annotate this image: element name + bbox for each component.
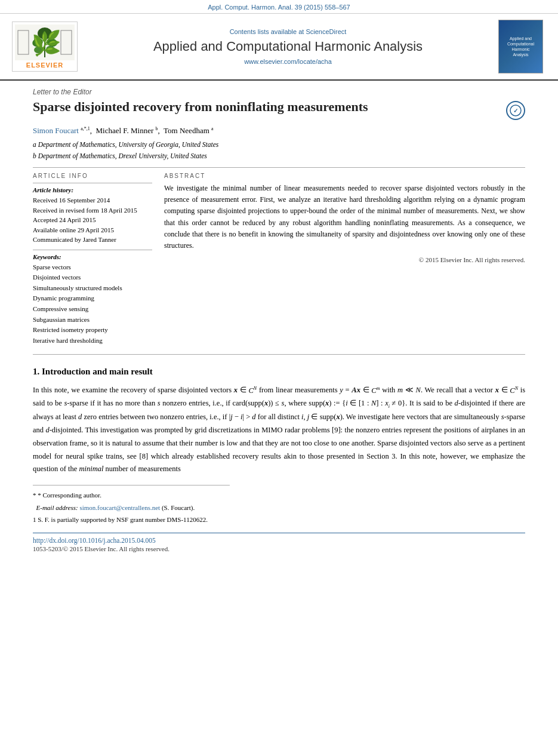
keyword-7: Restricted isometry property xyxy=(33,325,152,336)
intro-paragraph: In this note, we examine the recovery of… xyxy=(33,384,525,476)
article-title-text: Sparse disjointed recovery from noninfla… xyxy=(33,99,368,116)
journal-header: ELSEVIER Contents lists available at Sci… xyxy=(0,14,558,81)
email-address[interactable]: simon.foucart@centrallens.net xyxy=(79,504,160,511)
journal-reference-text: Appl. Comput. Harmon. Anal. 39 (2015) 55… xyxy=(208,4,350,11)
elsevier-logo: ELSEVIER xyxy=(12,21,78,72)
needham-super: a xyxy=(211,126,214,131)
journal-title-center: Contents lists available at ScienceDirec… xyxy=(84,28,492,65)
section-divider-2 xyxy=(33,354,525,355)
keyword-2: Disjointed vectors xyxy=(33,272,152,283)
svg-point-4 xyxy=(45,36,58,48)
elsevier-brand-text: ELSEVIER xyxy=(15,62,75,69)
article-info-heading: ARTICLE INFO xyxy=(33,173,152,179)
svg-point-5 xyxy=(33,45,45,54)
affiliation-a: a Department of Mathematics, University … xyxy=(33,139,525,150)
keywords-label: Keywords: xyxy=(33,253,152,260)
abstract-text: We investigate the minimal number of lin… xyxy=(164,183,525,251)
journal-cover: Applied andComputationalHarmonicAnalysis xyxy=(498,20,546,73)
journal-url: www.elsevier.com/locate/acha xyxy=(84,58,492,65)
section-title-text: Introduction and main result xyxy=(42,367,153,376)
author-minner: Michael F. Minner xyxy=(95,126,153,135)
issn-line: 1053-5203/© 2015 Elsevier Inc. All right… xyxy=(33,545,525,552)
author-needham: Tom Needham xyxy=(164,126,209,135)
crossmark-icon[interactable]: ✓ xyxy=(506,101,525,120)
minner-super: b xyxy=(156,126,158,131)
intro-section-title: 1. Introduction and main result xyxy=(33,367,525,377)
svg-point-3 xyxy=(31,36,44,48)
journal-cover-image: Applied andComputationalHarmonicAnalysis xyxy=(498,20,543,73)
keyword-3: Simultaneously structured models xyxy=(33,283,152,294)
journal-title: Applied and Computational Harmonic Analy… xyxy=(84,39,492,54)
svg-point-2 xyxy=(38,27,52,39)
abstract-heading: ABSTRACT xyxy=(164,173,525,179)
foucart-super: a,*,1 xyxy=(81,126,90,131)
article-history: Article history: Received 16 September 2… xyxy=(33,183,152,245)
keywords-section: Keywords: Sparse vectors Disjointed vect… xyxy=(33,250,152,346)
affiliations: a Department of Mathematics, University … xyxy=(33,139,525,161)
article-info-column: ARTICLE INFO Article history: Received 1… xyxy=(33,173,152,346)
doi-link[interactable]: http://dx.doi.org/10.1016/j.acha.2015.04… xyxy=(33,537,525,544)
doi-section: http://dx.doi.org/10.1016/j.acha.2015.04… xyxy=(33,533,525,552)
article-title-row: Sparse disjointed recovery from noninfla… xyxy=(33,99,525,120)
abstract-column: ABSTRACT We investigate the minimal numb… xyxy=(164,173,525,346)
sciencedirect-label: Contents lists available at ScienceDirec… xyxy=(84,28,492,35)
article-section-label: Letter to the Editor xyxy=(33,88,525,96)
footnote-email-line: E-mail address: simon.foucart@centrallen… xyxy=(33,503,525,514)
email-label: E-mail address: xyxy=(36,504,78,511)
section-divider-1 xyxy=(33,167,525,168)
introduction-section: 1. Introduction and main result In this … xyxy=(33,367,525,476)
article-content: Letter to the Editor Sparse disjointed r… xyxy=(0,81,558,564)
communicated-by: Communicated by Jared Tanner xyxy=(33,235,152,245)
section-number: 1. xyxy=(33,367,39,376)
footnote-star-symbol: * xyxy=(33,491,38,499)
elsevier-logo-image xyxy=(15,24,75,60)
keyword-4: Dynamic programming xyxy=(33,293,152,304)
cover-text: Applied andComputationalHarmonicAnalysis xyxy=(505,33,537,60)
revised-date: Received in revised form 18 April 2015 xyxy=(33,205,152,216)
footnote-divider xyxy=(33,485,230,485)
keyword-6: Subgaussian matrices xyxy=(33,315,152,325)
online-date: Available online 29 April 2015 xyxy=(33,225,152,235)
footnote-corresponding: * Corresponding author. xyxy=(38,491,101,499)
keyword-1: Sparse vectors xyxy=(33,262,152,273)
author-foucart: Simon Foucart xyxy=(33,126,79,135)
footnote-1: 1 S. F. is partially supported by NSF gr… xyxy=(33,515,525,525)
keyword-8: Iterative hard thresholding xyxy=(33,336,152,346)
svg-rect-0 xyxy=(15,24,75,60)
history-label: Article history: xyxy=(33,186,152,193)
email-suffix: (S. Foucart). xyxy=(162,504,195,511)
two-column-section: ARTICLE INFO Article history: Received 1… xyxy=(33,173,525,346)
copyright-text: © 2015 Elsevier Inc. All rights reserved… xyxy=(164,256,525,263)
journal-reference-bar: Appl. Comput. Harmon. Anal. 39 (2015) 55… xyxy=(0,0,558,14)
affiliation-b: b Department of Mathematics, Drexel Univ… xyxy=(33,150,525,161)
svg-point-6 xyxy=(45,45,57,54)
footnote-star: * * Corresponding author. xyxy=(33,490,525,501)
received-date: Received 16 September 2014 xyxy=(33,195,152,205)
keyword-5: Compressive sensing xyxy=(33,304,152,315)
accepted-date: Accepted 24 April 2015 xyxy=(33,215,152,225)
authors-line: Simon Foucart a,*,1, Michael F. Minner b… xyxy=(33,126,525,136)
svg-text:✓: ✓ xyxy=(513,107,518,114)
